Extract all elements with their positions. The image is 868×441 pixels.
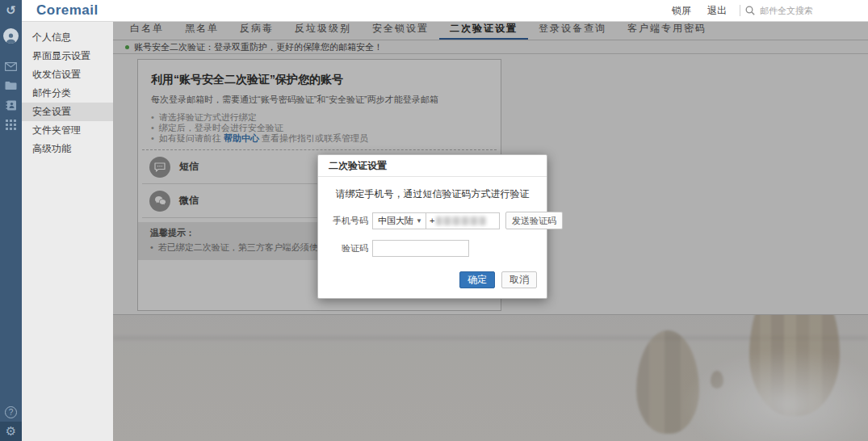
confirm-button[interactable]: 确定: [459, 271, 495, 288]
sidebar-item-folder-management[interactable]: 文件夹管理: [22, 121, 113, 140]
user-avatar[interactable]: [0, 24, 22, 47]
rail-bottom: ? ⚙: [0, 402, 22, 441]
phone-input[interactable]: +: [426, 212, 500, 229]
contacts-icon[interactable]: [0, 95, 22, 115]
sidebar-item-display-settings[interactable]: 界面显示设置: [22, 47, 113, 65]
topbar-divider: [740, 5, 740, 16]
mail-icon[interactable]: [0, 57, 22, 76]
search-icon: [745, 6, 755, 15]
region-select[interactable]: 中国大陆 ▼: [372, 212, 426, 229]
sidebar-item-security-settings[interactable]: 安全设置: [22, 103, 113, 121]
code-label: 验证码: [326, 242, 368, 254]
back-icon[interactable]: ↺: [0, 0, 22, 21]
two-factor-dialog: 二次验证设置 请绑定手机号，通过短信验证码方式进行验证 手机号码 中国大陆 ▼ …: [317, 154, 547, 299]
search-input[interactable]: [760, 6, 857, 15]
phone-row: 手机号码 中国大陆 ▼ + 发送验证码: [318, 212, 547, 229]
send-code-button[interactable]: 发送验证码: [505, 212, 563, 229]
phone-number-redacted: [436, 216, 486, 225]
dialog-message: 请绑定手机号，通过短信验证码方式进行验证: [318, 187, 547, 201]
left-rail: ↺ ? ⚙: [0, 0, 22, 441]
sidebar-item-personal-info[interactable]: 个人信息: [22, 28, 113, 47]
settings-gear-icon[interactable]: ⚙: [0, 422, 22, 441]
logout-button[interactable]: 退出: [707, 4, 727, 18]
phone-label: 手机号码: [326, 215, 368, 227]
sidebar-item-mail-sorting[interactable]: 邮件分类: [22, 84, 113, 103]
code-row: 验证码: [318, 240, 547, 257]
help-icon[interactable]: ?: [0, 402, 22, 422]
dialog-footer: 确定 取消: [318, 257, 547, 298]
dialog-title: 二次验证设置: [318, 155, 547, 177]
region-value: 中国大陆: [378, 215, 413, 227]
verification-code-input[interactable]: [372, 240, 469, 257]
cancel-button[interactable]: 取消: [501, 271, 537, 288]
search-box[interactable]: [745, 6, 857, 15]
sidebar-item-mail-settings[interactable]: 收发信设置: [22, 65, 113, 84]
folder-icon[interactable]: [0, 76, 22, 95]
phone-prefix: +: [430, 216, 434, 225]
sidebar-item-advanced[interactable]: 高级功能: [22, 140, 113, 158]
settings-sidebar: 个人信息 界面显示设置 收发信设置 邮件分类 安全设置 文件夹管理 高级功能: [22, 22, 113, 441]
chevron-down-icon: ▼: [416, 217, 422, 225]
content-area: 白名单 黑名单 反病毒 反垃圾级别 安全锁设置 二次验证设置 登录设备查询 客户…: [113, 22, 868, 441]
apps-grid-icon[interactable]: [0, 115, 22, 134]
lock-screen-button[interactable]: 锁屏: [672, 4, 691, 18]
avatar-icon: [3, 28, 19, 44]
coremail-logo: Coremail: [36, 2, 99, 19]
top-bar: Coremail 锁屏 退出: [22, 0, 868, 22]
